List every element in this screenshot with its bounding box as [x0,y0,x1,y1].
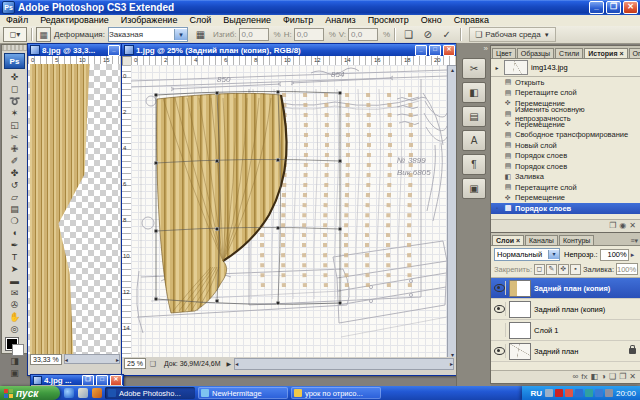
warp-orientation-icon[interactable]: ▦ [193,28,208,41]
menu-выделение[interactable]: Выделение [217,15,277,26]
tool-preset-picker[interactable]: ◻ ▾ [3,27,27,42]
doc4-maximize-button[interactable]: □ [96,375,108,385]
menu-просмотр[interactable]: Просмотр [362,15,415,26]
dock-icon-styles[interactable]: ▤ [462,106,486,127]
warp-handle[interactable] [154,297,158,301]
lock-icon-0[interactable]: ◻ [534,264,545,275]
taskbar-task[interactable]: урок по отрисо... [291,387,381,399]
commit-transform-button[interactable]: ✓ [439,28,454,41]
layers-tab-2[interactable]: Контуры [559,235,594,245]
dock-collapse-chevron[interactable]: » [457,43,491,55]
dock-icon-paragraph[interactable]: ¶ [462,154,486,175]
doc8-titlebar[interactable]: 8.jpg @ 33,3... _ [28,44,122,56]
adjustment-layer-button[interactable]: ◑ [601,372,606,382]
status-arrow-icon[interactable]: ▶ [227,360,232,367]
tray-icon-6[interactable] [605,389,613,397]
dropdown-arrow-icon[interactable]: ▾ [174,29,187,40]
menu-изображение[interactable]: Изображение [115,15,184,26]
history-state-row[interactable]: ▤Новый слой [491,140,640,151]
layers-tab-1[interactable]: Каналы [525,235,558,245]
visibility-toggle[interactable] [493,281,506,295]
workspace-button[interactable]: ❑ Рабочая среда ▼ [469,27,556,42]
bend-input[interactable]: 0,0 [239,28,269,41]
zoom-tool[interactable]: ◎ [5,323,24,335]
toggle-warp-icon[interactable]: ❑ [401,28,416,41]
warp-handle[interactable] [154,161,158,165]
eyedropper-tool[interactable]: ✇ [5,299,24,311]
tray-icon-0[interactable] [545,389,553,397]
history-tab-4[interactable]: Операции [629,48,640,58]
history-brush-tool[interactable]: ↺ [5,179,24,191]
warp-handle[interactable] [276,158,280,162]
history-state-row[interactable]: ▤Порядок слоев [491,161,640,172]
layer-group-button[interactable]: ❏ [609,372,616,382]
healing-brush-tool[interactable]: ✙ [5,143,24,155]
warp-handle[interactable] [154,229,158,233]
doc8-scrollbar[interactable]: ◂ ▸ [64,354,120,364]
hand-tool[interactable]: ✋ [5,311,24,323]
doc1-titlebar[interactable]: 1.jpg @ 25% (Задний план (копия), RGB/8)… [122,44,457,56]
menu-анализ[interactable]: Анализ [319,15,361,26]
history-state-row[interactable]: ▤Перетащите слой [491,88,640,99]
history-tab-1[interactable]: Образцы [517,48,554,58]
new-document-from-state-button[interactable]: ❐ [609,221,616,231]
blend-mode-select[interactable]: Нормальный ▾ [494,248,560,261]
crop-tool[interactable]: ◱ [5,119,24,131]
slice-tool[interactable]: ✂ [5,131,24,143]
eraser-tool[interactable]: ▱ [5,191,24,203]
doc4-close-button[interactable]: ✕ [110,375,122,385]
delete-state-button[interactable]: ✕ [629,221,636,231]
new-snapshot-button[interactable]: ◉ [619,221,626,231]
warp-handle[interactable] [338,91,342,95]
scroll-right-icon[interactable]: ▸ [116,356,119,363]
rect-marquee-tool[interactable]: ◻ [5,83,24,95]
visibility-toggle[interactable] [493,323,506,337]
warp-handle[interactable] [338,301,342,305]
warp-handle[interactable] [215,91,219,95]
history-state-row[interactable]: ▤Свободное трансформирование [491,130,640,141]
history-tab-3[interactable]: История × [584,48,627,58]
warp-handle[interactable] [276,301,280,305]
palette-grip[interactable] [2,45,27,51]
warp-handle[interactable] [215,227,219,231]
pen-tool[interactable]: ✒ [5,239,24,251]
quick-launch-media-icon[interactable] [92,388,102,398]
tab-close-icon[interactable]: × [617,50,623,57]
lock-icon-1[interactable]: ✎ [546,264,557,275]
warp-handle[interactable] [338,159,342,163]
menu-слой[interactable]: Слой [183,15,217,26]
clone-stamp-tool[interactable]: ✤ [5,167,24,179]
history-source-column[interactable]: ▸ [493,64,501,71]
maximize-button[interactable]: ❐ [606,1,621,14]
dock-icon-swatches[interactable]: ◧ [462,82,486,103]
layers-panel-menu-icon[interactable]: ≡▾ [628,237,640,245]
doc4-titlebar[interactable]: 4.jpg ... ❐ □ ✕ [31,375,123,385]
quick-launch-desktop-icon[interactable] [78,388,88,398]
doc8-canvas[interactable] [28,64,120,354]
history-state-row[interactable]: ▤Порядок слоев [491,151,640,162]
history-state-row[interactable]: ◧Заливка [491,172,640,183]
quick-mask-button[interactable]: ◨ [5,355,24,367]
menu-редактирование[interactable]: Редактирование [34,15,115,26]
v-input[interactable]: 0,0 [348,28,378,41]
doc8-zoom-field[interactable]: 33,33 % [30,354,62,365]
taskbar-task[interactable]: Adobe Photosho... [105,387,195,399]
doc1-hscrollbar[interactable]: ◂ ▸ [234,358,454,370]
quick-launch-browser-icon[interactable] [64,388,74,398]
close-button[interactable]: ✕ [623,1,638,14]
notes-tool[interactable]: ✉ [5,287,24,299]
layer-row[interactable]: Задний план [491,341,640,362]
doc1-minimize-button[interactable]: _ [415,45,427,56]
scroll-left-icon[interactable]: ◂ [65,356,68,363]
menu-справка[interactable]: Справка [448,15,495,26]
brush-tool[interactable]: ✐ [5,155,24,167]
warp-handle[interactable] [215,159,219,163]
menu-фильтр[interactable]: Фильтр [277,15,319,26]
history-state-row[interactable]: ▤Перетащите слой [491,182,640,193]
warp-handle[interactable] [154,93,158,97]
history-snapshot-row[interactable]: ▸ img143.jpg [491,59,640,77]
doc1-close-button[interactable]: ✕ [443,45,455,56]
dock-icon-layer-comps[interactable]: ▣ [462,178,486,199]
layer-style-button[interactable]: fx [581,372,587,382]
layer-mask-button[interactable]: ◧ [591,372,599,382]
